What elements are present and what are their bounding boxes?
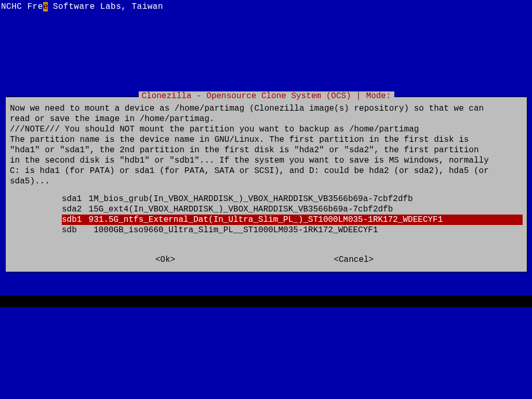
option-sdb[interactable]: sdb 1000GB_iso9660_Ultra_Slim_PL__ST1000…	[62, 225, 523, 235]
cursor-block: e	[43, 2, 48, 11]
dialog-body-text: Now we need to mount a device as /home/p…	[10, 103, 523, 187]
option-sdb1[interactable]: sdb1 931.5G_ntfs_External_Dat(In_Ultra_S…	[62, 215, 523, 225]
cancel-button[interactable]: <Cancel>	[334, 255, 374, 264]
header-pre: NCHC Fre	[1, 2, 43, 11]
button-row: <Ok> <Cancel>	[10, 255, 523, 264]
ok-button[interactable]: <Ok>	[155, 255, 175, 264]
header-post: Software Labs, Taiwan	[48, 2, 163, 11]
dialog-title: Clonezilla - Opensource Clone System (OC…	[138, 91, 394, 101]
dialog-box: Clonezilla - Opensource Clone System (OC…	[5, 97, 527, 272]
option-sda2[interactable]: sda2 15G_ext4(In_VBOX_HARDDISK_)_VBOX_HA…	[62, 204, 523, 215]
option-sda1[interactable]: sda1 1M_bios_grub(In_VBOX_HARDDISK_)_VBO…	[62, 194, 523, 204]
header-text: NCHC Free Software Labs, Taiwan	[1, 2, 163, 11]
option-list: sda1 1M_bios_grub(In_VBOX_HARDDISK_)_VBO…	[62, 194, 523, 235]
bottom-shadow-strip	[0, 296, 532, 307]
